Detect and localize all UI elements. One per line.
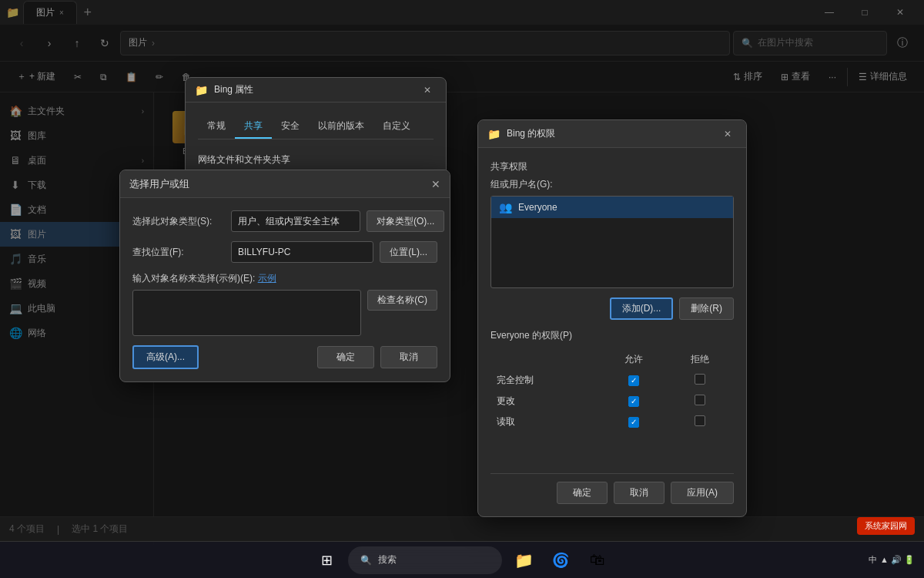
bing-props-title: Bing 属性 [214, 83, 412, 96]
perms-apply-btn[interactable]: 应用(A) [671, 482, 734, 504]
object-type-input[interactable] [231, 210, 360, 232]
su-body: 选择此对象类型(S): 对象类型(O)... 查找位置(F): 位置(L)...… [120, 198, 450, 381]
rights-row: 更改✓ [492, 391, 732, 411]
su-ok-btn[interactable]: 确定 [317, 346, 374, 368]
taskbar-search[interactable]: 🔍 搜索 [348, 546, 502, 574]
taskbar-explorer-btn[interactable]: 📁 [508, 545, 539, 576]
taskbar-edge-icon: 🌀 [552, 552, 569, 569]
perms-close-btn[interactable]: ✕ [718, 125, 737, 143]
location-row: 查找位置(F): 位置(L)... [132, 241, 437, 263]
taskbar: ⊞ 🔍 搜索 📁 🌀 🛍 中 ▲ 🔊 🔋 [0, 541, 924, 578]
rights-row: 读取✓ [492, 412, 732, 432]
perms-btn-row: 添加(D)... 删除(R) [490, 297, 734, 320]
bing-permissions-dialog: 📁 Bing 的权限 ✕ 共享权限 组或用户名(G): 👥 Everyone 添… [477, 119, 747, 517]
allow-checkbox[interactable]: ✓ [628, 396, 639, 407]
props-tab-share[interactable]: 共享 [235, 115, 272, 139]
perms-ok-btn[interactable]: 确定 [557, 482, 608, 504]
object-type-label: 选择此对象类型(S): [132, 210, 225, 228]
taskbar-search-icon: 🔍 [360, 555, 372, 566]
location-group: 位置(L)... [231, 241, 437, 263]
deny-checkbox[interactable] [695, 415, 705, 426]
taskbar-store-btn[interactable]: 🛍 [582, 545, 613, 576]
su-close-btn[interactable]: ✕ [431, 178, 440, 190]
rights-table: 允许 拒绝 完全控制✓更改✓读取✓ [490, 348, 734, 433]
right-deny[interactable] [668, 371, 732, 390]
right-allow[interactable]: ✓ [601, 412, 666, 432]
props-section-title: 网络文件和文件夹共享 [198, 149, 434, 172]
enter-name-label: 输入对象名称来选择(示例)(E): 示例 [132, 272, 437, 285]
perms-icon: 📁 [487, 128, 500, 140]
example-link[interactable]: 示例 [258, 273, 276, 284]
advanced-btn[interactable]: 高级(A)... [132, 345, 199, 369]
deny-header: 拒绝 [668, 350, 732, 369]
perms-body: 共享权限 组或用户名(G): 👥 Everyone 添加(D)... 删除(R)… [478, 148, 746, 516]
su-cancel-btn[interactable]: 取消 [380, 346, 437, 368]
deny-checkbox[interactable] [695, 374, 705, 385]
taskbar-edge-btn[interactable]: 🌀 [545, 545, 576, 576]
object-type-group: 对象类型(O)... [231, 210, 444, 232]
bing-props-title-bar: 📁 Bing 属性 ✕ [186, 78, 446, 102]
su-title-bar: 选择用户或组 ✕ [120, 170, 450, 198]
perms-cancel-btn[interactable]: 取消 [614, 482, 665, 504]
right-name: 读取 [492, 412, 600, 432]
perms-footer: 确定 取消 应用(A) [490, 473, 734, 504]
select-user-dialog: 选择用户或组 ✕ 选择此对象类型(S): 对象类型(O)... 查找位置(F):… [119, 170, 450, 382]
explorer-window: 📁 图片 × + — □ ✕ ‹ › ↑ ↻ 图片 › 🔍 在图片中搜索 ⓘ [0, 0, 924, 578]
permissions-label: 共享权限 [490, 160, 734, 173]
right-allow[interactable]: ✓ [601, 391, 666, 411]
props-tab-previous[interactable]: 以前的版本 [309, 115, 373, 139]
tray-icons: ▲ 🔊 🔋 [880, 555, 915, 565]
object-type-btn[interactable]: 对象类型(O)... [367, 210, 444, 232]
location-input[interactable] [231, 241, 373, 263]
bing-props-close-btn[interactable]: ✕ [418, 81, 437, 99]
su-footer-right: 确定 取消 [317, 346, 437, 368]
right-allow[interactable]: ✓ [601, 371, 666, 390]
enter-name-section: 输入对象名称来选择(示例)(E): 示例 检查名称(C) [132, 272, 437, 336]
watermark-text: 系统家园网 [865, 521, 907, 530]
enter-name-group: 检查名称(C) [132, 290, 437, 336]
props-tab-security[interactable]: 安全 [272, 115, 309, 139]
right-deny[interactable] [668, 391, 732, 411]
start-icon: ⊞ [321, 552, 333, 569]
su-title: 选择用户或组 [129, 177, 189, 191]
perms-user-list: 👥 Everyone [490, 196, 734, 288]
taskbar-search-label: 搜索 [378, 553, 397, 566]
everyone-label: Everyone [518, 202, 557, 213]
location-label: 查找位置(F): [132, 241, 225, 259]
su-footer: 高级(A)... 确定 取消 [132, 345, 437, 369]
props-tabs: 常规 共享 安全 以前的版本 自定义 [198, 115, 434, 139]
allow-header: 允许 [601, 350, 666, 369]
start-btn[interactable]: ⊞ [311, 545, 342, 576]
name-textarea[interactable] [132, 290, 361, 336]
rights-title: Everyone 的权限(P) [490, 329, 734, 342]
right-deny[interactable] [668, 412, 732, 432]
group-label: 组或用户名(G): [490, 178, 734, 191]
remove-btn[interactable]: 删除(R) [679, 297, 734, 320]
taskbar-right: 中 ▲ 🔊 🔋 [869, 554, 915, 566]
rights-col-header [492, 350, 600, 369]
right-name: 完全控制 [492, 371, 600, 390]
taskbar-explorer-icon: 📁 [514, 551, 534, 570]
bing-props-icon: 📁 [195, 84, 208, 96]
taskbar-store-icon: 🛍 [590, 551, 605, 569]
lang-indicator: 中 [869, 554, 877, 566]
check-name-btn[interactable]: 检查名称(C) [367, 290, 437, 311]
perms-title: Bing 的权限 [507, 127, 718, 140]
props-tab-general[interactable]: 常规 [198, 115, 235, 139]
deny-checkbox[interactable] [695, 395, 705, 405]
allow-checkbox[interactable]: ✓ [628, 417, 639, 428]
props-tab-custom[interactable]: 自定义 [373, 115, 420, 139]
add-btn[interactable]: 添加(D)... [610, 297, 674, 320]
perms-title-bar: 📁 Bing 的权限 ✕ [478, 120, 746, 148]
watermark: 系统家园网 [857, 517, 915, 535]
everyone-item[interactable]: 👥 Everyone [491, 197, 733, 218]
everyone-user-icon: 👥 [499, 201, 512, 213]
location-btn[interactable]: 位置(L)... [380, 241, 437, 263]
rights-row: 完全控制✓ [492, 371, 732, 390]
right-name: 更改 [492, 391, 600, 411]
allow-checkbox[interactable]: ✓ [628, 375, 639, 386]
object-type-row: 选择此对象类型(S): 对象类型(O)... [132, 210, 437, 232]
